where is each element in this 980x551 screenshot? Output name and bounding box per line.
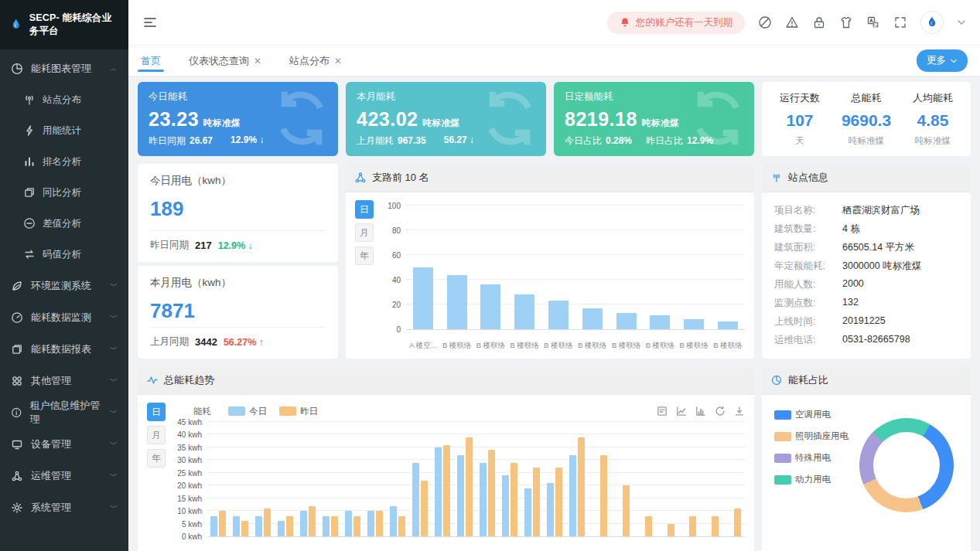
monitor-icon: [11, 438, 23, 451]
bar: [376, 511, 383, 536]
account-expiry-alert[interactable]: 您的账户还有一天到期: [607, 12, 745, 34]
legend-item-hvac[interactable]: 空调用电: [774, 409, 849, 420]
bar-group: [252, 423, 275, 536]
kpi-unit: 吨标准煤: [203, 118, 241, 128]
sidebar-item-ranking-analysis[interactable]: 排名分析: [0, 146, 128, 177]
more-button[interactable]: 更多: [917, 49, 968, 72]
theme-shirt-icon[interactable]: [839, 15, 853, 29]
x-tick-label: B 楼联络: [541, 341, 575, 351]
site-info-panel: 站点信息 项目名称:栖霞湖滨财富广场 建筑数量:4 栋 建筑面积:66505.1…: [762, 164, 971, 359]
sidebar-group-other-management[interactable]: 其他管理﹀: [0, 365, 128, 396]
report-pages-icon: [11, 343, 23, 355]
sidebar-group-env-monitoring[interactable]: 环境监测系统﹀: [0, 270, 128, 301]
legend-item-yesterday[interactable]: 昨日: [279, 406, 318, 417]
close-icon[interactable]: ✕: [334, 56, 342, 66]
site-row-label: 上线时间:: [774, 315, 842, 328]
site-row-value: 132: [842, 297, 859, 310]
sidebar-group-ops-management[interactable]: 运维管理﹀: [0, 460, 128, 491]
chevron-down-icon[interactable]: [957, 18, 966, 27]
sidebar-group-label: 设备管理: [31, 437, 71, 451]
legend-swatch: [774, 410, 791, 420]
tab-label: 站点分布: [289, 54, 330, 68]
sidebar-item-site-distribution[interactable]: 站点分布: [0, 84, 128, 115]
data-view-icon[interactable]: [657, 406, 668, 417]
card-title: 本月用电（kwh）: [150, 276, 326, 290]
sidebar-group-label: 能耗数据监测: [31, 311, 91, 325]
sidebar-item-yoy-analysis[interactable]: 同比分析: [0, 177, 128, 208]
warning-icon[interactable]: [785, 15, 799, 29]
site-info-rows: 项目名称:栖霞湖滨财富广场 建筑数量:4 栋 建筑面积:66505.14 平方米…: [771, 200, 961, 351]
recycle-watermark-icon: [478, 87, 541, 150]
x-tick-label: B 楼联络: [474, 341, 508, 351]
sidebar-group-energy-reports[interactable]: 能耗数据报表﹀: [0, 333, 128, 365]
download-icon[interactable]: [734, 406, 745, 417]
tab-site-distribution[interactable]: 站点分布✕: [289, 46, 342, 76]
bar: [241, 521, 248, 536]
language-icon[interactable]: [866, 15, 880, 29]
tab-year[interactable]: 年: [355, 247, 374, 265]
legend-item-special[interactable]: 特殊用电: [774, 452, 849, 464]
sidebar-item-energy-usage-stats[interactable]: 用能统计: [0, 115, 128, 146]
bar: [345, 511, 352, 536]
tab-meter-status[interactable]: 仪表状态查询✕: [189, 46, 261, 76]
legend-item-power[interactable]: 动力用电: [774, 474, 849, 485]
bar-group: [700, 423, 722, 536]
tab-home[interactable]: 首页: [141, 46, 161, 76]
flame-logo-icon: [9, 16, 23, 33]
chevron-down-icon: ﹀: [110, 471, 118, 481]
x-tick-label: A 楼空...: [406, 341, 440, 351]
pie-legend: 空调用电 照明插座用电 特殊用电 动力用电: [774, 409, 849, 485]
sidebar-group-energy-data-monitoring[interactable]: 能耗数据监测﹀: [0, 301, 128, 333]
bar: [421, 481, 428, 536]
tab-month[interactable]: 月: [147, 426, 166, 444]
swap-arrows-icon: [23, 248, 36, 260]
dashboard-icon[interactable]: [758, 15, 772, 29]
legend-item-lighting[interactable]: 照明插座用电: [774, 430, 849, 442]
stat-label: 人均能耗: [913, 91, 953, 105]
kpi-unit: 吨标准煤: [642, 118, 679, 128]
line-chart-icon[interactable]: [676, 406, 687, 417]
more-label: 更多: [927, 54, 946, 67]
dashboard-content: 今日能耗 23.23吨标准煤 昨日同期26.6712.9% ↓ 本月能耗 423…: [128, 76, 980, 551]
tab-day[interactable]: 日: [147, 403, 166, 421]
bar-group: [633, 423, 655, 536]
bar: [623, 485, 630, 536]
branch-period-tabs: 日 月 年: [355, 200, 374, 351]
sub-label: 昨日同期: [150, 239, 189, 252]
bar: [480, 463, 487, 536]
lock-icon[interactable]: [812, 15, 826, 29]
sidebar-group-tenant-info[interactable]: 租户信息维护管理﹀: [0, 396, 128, 428]
y-tick-label: 25 kwh: [177, 469, 202, 478]
sidebar-group-device-management[interactable]: 设备管理﹀: [0, 428, 128, 460]
bar: [533, 468, 540, 536]
y-tick-label: 40 kwh: [177, 430, 202, 439]
panel-title: 能耗占比: [788, 373, 828, 387]
bar: [278, 521, 285, 536]
sidebar-item-difference-analysis[interactable]: 差值分析: [0, 208, 128, 239]
legend-item-today[interactable]: 今日: [228, 406, 267, 417]
tab-year[interactable]: 年: [147, 449, 166, 468]
refresh-icon[interactable]: [715, 406, 726, 417]
kpi-value: 23.23: [149, 108, 199, 130]
bar-chart-icon[interactable]: [695, 406, 706, 417]
chevron-up-icon: ︿: [110, 63, 118, 74]
panel-title: 支路前 10 名: [372, 171, 429, 185]
pulse-line-icon: [147, 375, 158, 386]
close-icon[interactable]: ✕: [254, 56, 261, 66]
bar: [488, 450, 495, 536]
avatar[interactable]: [920, 11, 944, 34]
sidebar-item-code-value-analysis[interactable]: 码值分析: [0, 239, 128, 270]
kpi-card-month-energy: 本月能耗 423.02吨标准煤 上月能耗967.3556.27 ↓: [346, 82, 546, 156]
sidebar-group-system-management[interactable]: 系统管理﹀: [0, 491, 128, 523]
site-row-value: 66505.14 平方米: [842, 241, 914, 254]
bar: [514, 294, 534, 329]
tab-day[interactable]: 日: [355, 200, 374, 219]
collapse-menu-icon[interactable]: [142, 15, 158, 30]
sidebar-group-energy-charts[interactable]: 能耗图表管理 ︿: [0, 53, 128, 84]
fullscreen-icon[interactable]: [893, 15, 907, 29]
tab-month[interactable]: 月: [355, 223, 374, 242]
site-row-label: 监测点数:: [774, 297, 842, 310]
y-tick-label: 20 kwh: [177, 481, 202, 490]
sidebar-item-label: 码值分析: [43, 248, 81, 261]
today-electricity-card: 今日用电（kwh） 189 昨日同期21712.9% ↓: [138, 164, 338, 262]
